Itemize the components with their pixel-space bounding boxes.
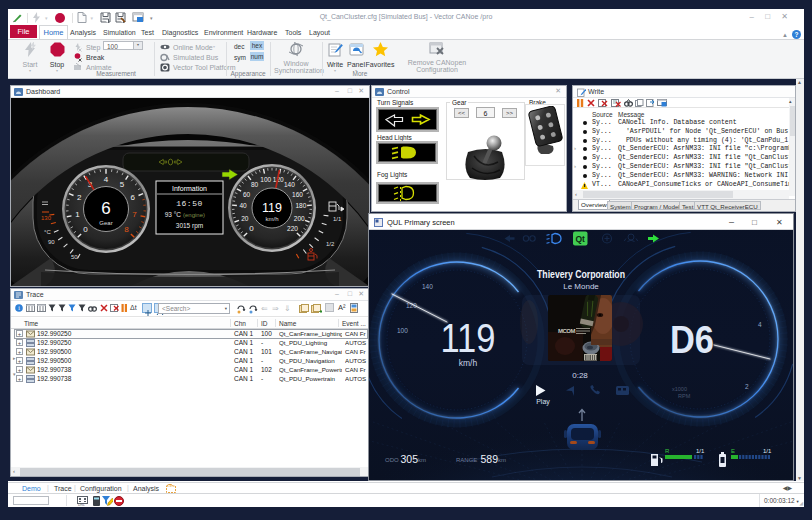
svg-text:140: 140 <box>422 283 433 290</box>
svg-text:2: 2 <box>77 193 82 202</box>
svg-text:589: 589 <box>481 453 499 465</box>
svg-text:4: 4 <box>758 321 762 328</box>
svg-text:RPM: RPM <box>678 393 691 399</box>
svg-text:160: 160 <box>292 191 303 198</box>
svg-text:4: 4 <box>104 175 109 184</box>
svg-text:ODO: ODO <box>385 457 399 463</box>
svg-text:Thievery Corporation: Thievery Corporation <box>537 269 625 280</box>
svg-text:8: 8 <box>124 225 129 234</box>
svg-text:50: 50 <box>71 254 78 260</box>
svg-text:Gear: Gear <box>99 220 112 226</box>
svg-text:1/2: 1/2 <box>326 241 335 247</box>
svg-text:6: 6 <box>131 193 136 202</box>
svg-text:16:50: 16:50 <box>176 199 203 208</box>
svg-text:20: 20 <box>241 215 249 222</box>
svg-text:0: 0 <box>83 225 88 234</box>
svg-text:Play: Play <box>536 398 550 406</box>
svg-text:0: 0 <box>249 224 254 233</box>
svg-text:130: 130 <box>41 215 52 221</box>
svg-text:MCOM: MCOM <box>558 328 575 334</box>
svg-text:E: E <box>731 448 735 454</box>
svg-text:100: 100 <box>260 176 271 183</box>
svg-text:°C: °C <box>44 229 51 235</box>
svg-text:1: 1 <box>75 210 80 219</box>
svg-text:1/1: 1/1 <box>763 448 772 454</box>
svg-text:140: 140 <box>284 181 295 188</box>
svg-text:x1000: x1000 <box>672 386 687 392</box>
svg-text:5: 5 <box>120 180 125 189</box>
svg-text:119: 119 <box>262 201 282 215</box>
svg-text:90: 90 <box>48 239 55 245</box>
svg-text:km: km <box>498 457 506 463</box>
svg-text:80: 80 <box>251 181 259 188</box>
svg-text:km: km <box>418 457 426 463</box>
svg-text:1/1: 1/1 <box>696 448 705 454</box>
svg-text:93 °C: 93 °C <box>165 211 182 218</box>
svg-text:180: 180 <box>295 202 306 209</box>
svg-text:D6: D6 <box>670 318 714 361</box>
svg-text:40: 40 <box>239 202 247 209</box>
svg-text:(engine): (engine) <box>183 212 205 218</box>
svg-text:Qt: Qt <box>575 234 585 244</box>
svg-text:km/h: km/h <box>265 216 278 222</box>
svg-text:200: 200 <box>294 215 305 222</box>
svg-text:1/1: 1/1 <box>333 216 342 222</box>
svg-text:Information: Information <box>172 185 207 192</box>
svg-text:3015 rpm: 3015 rpm <box>176 222 203 230</box>
svg-text:100: 100 <box>397 327 408 334</box>
svg-text:7: 7 <box>132 210 137 219</box>
svg-text:220: 220 <box>287 225 298 232</box>
svg-text:6: 6 <box>101 199 110 218</box>
svg-text:305: 305 <box>401 453 419 465</box>
svg-text:0:28: 0:28 <box>572 371 588 380</box>
svg-text:60: 60 <box>243 191 251 198</box>
svg-text:Le Monde: Le Monde <box>563 282 599 291</box>
svg-text:DRL: DRL <box>78 503 85 506</box>
svg-text:119: 119 <box>441 316 496 360</box>
svg-text:RANGE: RANGE <box>456 457 477 463</box>
svg-text:R: R <box>665 448 670 454</box>
svg-text:km/h: km/h <box>459 358 478 368</box>
svg-text:2: 2 <box>745 383 749 390</box>
